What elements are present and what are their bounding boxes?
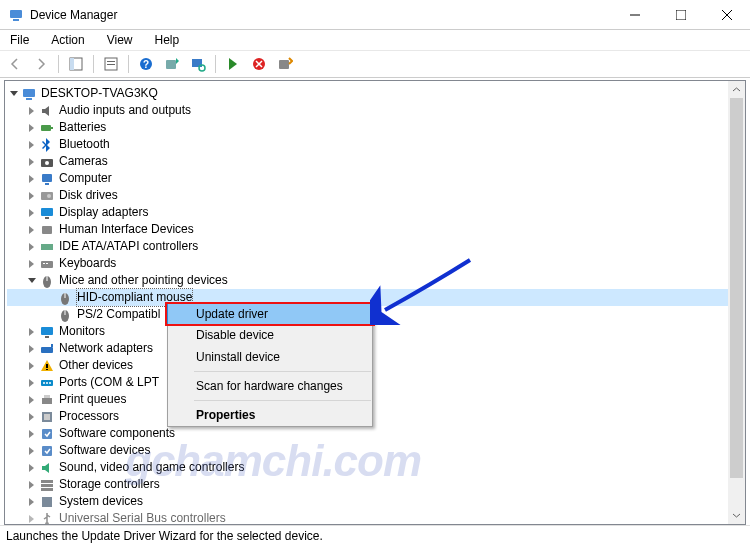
category-storage[interactable]: Storage controllers bbox=[59, 476, 160, 493]
category-other[interactable]: Other devices bbox=[59, 357, 133, 374]
scroll-thumb[interactable] bbox=[730, 98, 743, 478]
ctx-properties[interactable]: Properties bbox=[168, 404, 372, 426]
category-sw-components[interactable]: Software components bbox=[59, 425, 175, 442]
vertical-scrollbar[interactable] bbox=[728, 81, 745, 524]
expand-toggle[interactable] bbox=[25, 105, 37, 117]
properties-button[interactable] bbox=[100, 53, 122, 75]
port-icon bbox=[39, 375, 55, 391]
expand-toggle[interactable] bbox=[25, 445, 37, 457]
expand-toggle[interactable] bbox=[25, 394, 37, 406]
audio-icon bbox=[39, 103, 55, 119]
category-bluetooth[interactable]: Bluetooth bbox=[59, 136, 110, 153]
scroll-down-button[interactable] bbox=[728, 507, 745, 524]
ctx-scan-hardware[interactable]: Scan for hardware changes bbox=[168, 375, 372, 397]
show-hide-tree-button[interactable] bbox=[65, 53, 87, 75]
expand-toggle[interactable] bbox=[25, 411, 37, 423]
software-icon bbox=[39, 443, 55, 459]
uninstall-device-button[interactable] bbox=[274, 53, 296, 75]
network-icon bbox=[39, 341, 55, 357]
expand-toggle[interactable] bbox=[25, 173, 37, 185]
expand-toggle[interactable] bbox=[25, 275, 37, 287]
sound-icon bbox=[39, 460, 55, 476]
ctx-disable-device[interactable]: Disable device bbox=[168, 324, 372, 346]
menu-view[interactable]: View bbox=[103, 31, 137, 49]
expand-toggle[interactable] bbox=[25, 326, 37, 338]
category-system[interactable]: System devices bbox=[59, 493, 143, 510]
expand-toggle[interactable] bbox=[25, 496, 37, 508]
category-ports[interactable]: Ports (COM & LPT bbox=[59, 374, 159, 391]
mouse-icon bbox=[57, 290, 73, 306]
category-ide[interactable]: IDE ATA/ATAPI controllers bbox=[59, 238, 198, 255]
category-sw-devices[interactable]: Software devices bbox=[59, 442, 150, 459]
category-monitors[interactable]: Monitors bbox=[59, 323, 105, 340]
category-processors[interactable]: Processors bbox=[59, 408, 119, 425]
cpu-icon bbox=[39, 409, 55, 425]
expand-toggle[interactable] bbox=[7, 88, 19, 100]
category-network[interactable]: Network adapters bbox=[59, 340, 153, 357]
svg-rect-37 bbox=[676, 10, 686, 20]
category-mice[interactable]: Mice and other pointing devices bbox=[59, 272, 228, 289]
back-button bbox=[4, 53, 26, 75]
category-print[interactable]: Print queues bbox=[59, 391, 126, 408]
forward-button bbox=[30, 53, 52, 75]
category-sound[interactable]: Sound, video and game controllers bbox=[59, 459, 244, 476]
svg-rect-45 bbox=[166, 60, 176, 69]
disable-device-button[interactable] bbox=[248, 53, 270, 75]
expand-toggle[interactable] bbox=[25, 513, 37, 525]
device-ps2-mouse[interactable]: PS/2 Compatibl bbox=[77, 306, 160, 323]
status-bar: Launches the Update Driver Wizard for th… bbox=[0, 525, 750, 547]
category-audio[interactable]: Audio inputs and outputs bbox=[59, 102, 191, 119]
expand-toggle[interactable] bbox=[25, 122, 37, 134]
expand-toggle[interactable] bbox=[25, 224, 37, 236]
context-menu: Update driver Disable device Uninstall d… bbox=[167, 303, 373, 427]
expand-toggle[interactable] bbox=[25, 258, 37, 270]
expand-toggle[interactable] bbox=[25, 428, 37, 440]
mouse-icon bbox=[57, 307, 73, 323]
menu-help[interactable]: Help bbox=[151, 31, 184, 49]
hid-icon bbox=[39, 222, 55, 238]
software-icon bbox=[39, 426, 55, 442]
app-icon bbox=[8, 7, 24, 23]
close-button[interactable] bbox=[704, 0, 750, 30]
expand-toggle[interactable] bbox=[25, 156, 37, 168]
expand-toggle[interactable] bbox=[25, 241, 37, 253]
menu-file[interactable]: File bbox=[6, 31, 33, 49]
storage-icon bbox=[39, 477, 55, 493]
category-display[interactable]: Display adapters bbox=[59, 204, 148, 221]
warning-icon bbox=[39, 358, 55, 374]
expand-toggle[interactable] bbox=[25, 479, 37, 491]
category-hid[interactable]: Human Interface Devices bbox=[59, 221, 194, 238]
usb-icon bbox=[39, 511, 55, 526]
category-keyboards[interactable]: Keyboards bbox=[59, 255, 116, 272]
scan-hardware-button[interactable] bbox=[187, 53, 209, 75]
category-batteries[interactable]: Batteries bbox=[59, 119, 106, 136]
svg-rect-41 bbox=[107, 61, 115, 62]
help-button[interactable]: ? bbox=[135, 53, 157, 75]
device-tree[interactable]: DESKTOP-TVAG3KQ Audio inputs and outputs… bbox=[5, 81, 745, 525]
category-computer[interactable]: Computer bbox=[59, 170, 112, 187]
svg-rect-39 bbox=[70, 58, 74, 70]
expand-toggle[interactable] bbox=[25, 207, 37, 219]
scroll-up-button[interactable] bbox=[728, 81, 745, 98]
expand-toggle[interactable] bbox=[25, 377, 37, 389]
menu-action[interactable]: Action bbox=[47, 31, 88, 49]
ctx-uninstall-device[interactable]: Uninstall device bbox=[168, 346, 372, 368]
maximize-button[interactable] bbox=[658, 0, 704, 30]
bluetooth-icon bbox=[39, 137, 55, 153]
expand-toggle[interactable] bbox=[25, 190, 37, 202]
update-driver-button[interactable] bbox=[161, 53, 183, 75]
ide-icon bbox=[39, 239, 55, 255]
expand-toggle[interactable] bbox=[25, 139, 37, 151]
category-cameras[interactable]: Cameras bbox=[59, 153, 108, 170]
mouse-icon bbox=[39, 273, 55, 289]
enable-device-button[interactable] bbox=[222, 53, 244, 75]
expand-toggle[interactable] bbox=[25, 343, 37, 355]
category-usb[interactable]: Universal Serial Bus controllers bbox=[59, 510, 226, 525]
expand-toggle[interactable] bbox=[25, 462, 37, 474]
category-disk-drives[interactable]: Disk drives bbox=[59, 187, 118, 204]
minimize-button[interactable] bbox=[612, 0, 658, 30]
expand-toggle[interactable] bbox=[25, 360, 37, 372]
ctx-update-driver[interactable]: Update driver bbox=[167, 303, 373, 325]
computer-icon bbox=[39, 171, 55, 187]
root-node[interactable]: DESKTOP-TVAG3KQ bbox=[41, 85, 158, 102]
